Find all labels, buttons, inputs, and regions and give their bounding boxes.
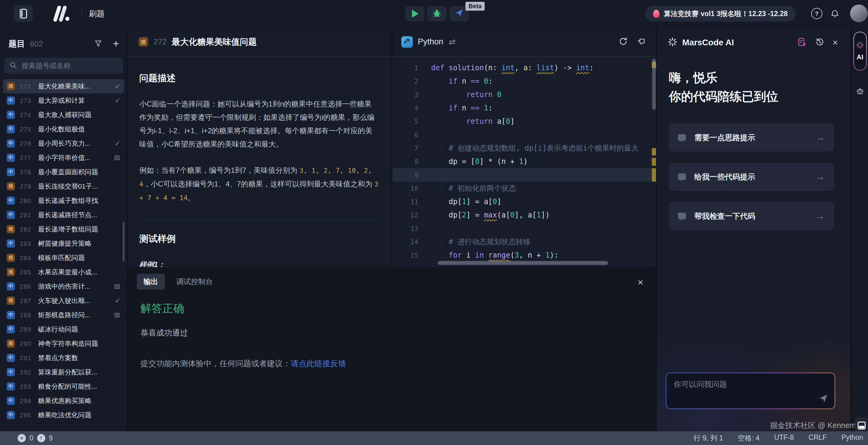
debug-button[interactable] (427, 6, 446, 21)
note-icon (114, 283, 120, 290)
chat-input[interactable]: 你可以问我问题 (666, 373, 835, 409)
change-mark (652, 158, 656, 166)
debug-tool-button[interactable] (852, 86, 868, 95)
problem-row-292[interactable]: 中292算珠重新分配以获... (3, 365, 124, 379)
problem-row-273[interactable]: 中273最大异或和计算✓ (3, 93, 124, 108)
new-chat-button[interactable] (797, 37, 807, 48)
status-item[interactable]: CRLF (808, 434, 827, 443)
code-line-5[interactable]: 5 return a[0] (392, 115, 656, 128)
code-line-3[interactable]: 3 return 0 (392, 88, 656, 101)
problem-row-294[interactable]: 中294糖果优惠购买策略 (3, 394, 124, 408)
run-button[interactable] (405, 6, 425, 21)
problem-row-274[interactable]: 中274最大敌人捕获问题 (3, 108, 124, 122)
problem-row-282[interactable]: 难282最长递增子数组问题 (3, 222, 124, 236)
search-box[interactable] (4, 58, 123, 73)
sidebar-scrollbar[interactable] (123, 222, 125, 262)
code-line-10[interactable]: 10 # 初始化前两个状态 (392, 182, 656, 195)
problem-row-276[interactable]: 中276最小周长巧克力...✓ (3, 136, 124, 151)
errors-icon[interactable]: × (18, 434, 26, 442)
help-button[interactable]: ? (811, 8, 823, 19)
ai-assistant-button[interactable]: AI (854, 32, 867, 70)
ai-suggestion-card-2[interactable]: 给我一些代码提示→ (669, 163, 834, 191)
reset-code-button[interactable] (618, 36, 628, 48)
question-icon: ? (815, 10, 819, 17)
history-button[interactable] (815, 37, 825, 48)
code-line-2[interactable]: 2 if n == 0: (392, 75, 656, 88)
ai-pill-label: AI (857, 53, 863, 61)
chat-input-border: 你可以问我问题 (666, 373, 835, 409)
close-output-icon[interactable]: × (638, 277, 643, 287)
search-input[interactable] (21, 61, 118, 70)
editor-vertical-scrollbar[interactable] (652, 59, 656, 110)
problem-row-284[interactable]: 难284模板串匹配问题 (3, 250, 124, 265)
difficulty-badge: 难 (138, 37, 148, 47)
code-area[interactable]: 1def solution(n: int, a: list) -> int:2 … (392, 57, 656, 266)
feedback-line: 提交功能内测体验中，任何问题或者建议：请点此链接反馈 (141, 358, 656, 369)
line-content: # 创建动态规划数组, dp[i]表示考虑前i个糖果时的最大 (431, 143, 639, 153)
format-code-button[interactable] (637, 37, 646, 47)
ai-suggestion-card-1[interactable]: 需要一点思路提示→ (669, 123, 834, 151)
code-line-9[interactable]: 9 (392, 168, 656, 182)
problem-row-287[interactable]: 难287火车驶入驶出顺...✓ (3, 294, 124, 308)
ai-suggestion-card-3[interactable]: 帮我检查一下代码→ (669, 202, 834, 230)
add-problem-button[interactable]: + (113, 41, 119, 47)
code-line-8[interactable]: 8 dp = [0] * (n + 1) (392, 155, 656, 168)
problem-row-277[interactable]: 中277最小字符串价值... (3, 151, 124, 165)
problem-row-281[interactable]: 中281最长递减路径节点... (3, 208, 124, 222)
code-line-12[interactable]: 12 dp[2] = max(a[0], a[1]) (392, 208, 656, 222)
problem-row-280[interactable]: 中280最长递减子数组寻找 (3, 194, 124, 208)
line-number: 13 (392, 225, 431, 232)
problem-row-289[interactable]: 中289破冰行动问题 (3, 322, 124, 336)
sidebar-toggle-button[interactable] (14, 5, 33, 22)
problem-row-275[interactable]: 中275最小化数组极值 (3, 122, 124, 136)
marscode-logo-icon[interactable] (50, 6, 73, 22)
notifications-bell-button[interactable] (830, 8, 840, 20)
problem-row-295[interactable]: 中295糖果吃法优化问题 (3, 408, 124, 422)
problem-number: 276 (20, 140, 34, 147)
sparkle-icon (668, 37, 677, 48)
problem-row-272[interactable]: 难272最大化糖果美味...✓ (3, 79, 124, 93)
code-line-15[interactable]: 15 for i in range(3, n + 1): (392, 248, 656, 262)
feedback-link[interactable]: 请点此链接反馈 (291, 359, 346, 368)
send-button[interactable] (818, 393, 829, 405)
close-ai-panel-icon[interactable]: × (832, 38, 838, 47)
code-line-4[interactable]: 4 if n == 1: (392, 101, 656, 115)
sidebar-toggle-icon (20, 9, 27, 19)
problem-row-288[interactable]: 中288矩形棋盘路径问... (3, 308, 124, 322)
problem-row-279[interactable]: 难279最长连续交替01子... (3, 179, 124, 194)
code-line-14[interactable]: 14 # 进行动态规划状态转移 (392, 235, 656, 248)
status-item[interactable]: Python (841, 434, 863, 443)
contest-notification[interactable]: 算法竞技赛 vol1 3报名啦！12.23 -12.28 (645, 6, 796, 22)
problem-row-285[interactable]: 难285水果店果篮最小成... (3, 265, 124, 279)
problem-row-291[interactable]: 中291禁着点方案数 (3, 351, 124, 365)
warnings-icon[interactable]: ! (37, 434, 45, 442)
code-line-6[interactable]: 6 (392, 128, 656, 142)
problem-row-283[interactable]: 中283树苗健康提升策略 (3, 236, 124, 250)
history-clock-icon (815, 37, 825, 47)
problem-row-293[interactable]: 中293粮食分配的可能性... (3, 379, 124, 394)
output-tab-输出[interactable]: 输出 (137, 274, 165, 290)
status-item[interactable]: 空格: 4 (738, 434, 760, 443)
line-number: 4 (392, 104, 431, 112)
search-icon (9, 61, 17, 70)
status-item[interactable]: 行 9, 列 1 (693, 434, 723, 443)
code-line-11[interactable]: 11 dp[1] = a[0] (392, 195, 656, 208)
arrow-right-icon: → (816, 172, 825, 182)
filter-button[interactable] (94, 39, 102, 48)
user-avatar[interactable] (850, 5, 868, 22)
line-number: 14 (392, 238, 431, 246)
problem-row-286[interactable]: 中286游戏中的伤害计... (3, 279, 124, 294)
problem-number: 285 (20, 269, 34, 276)
output-tab-调试控制台[interactable]: 调试控制台 (169, 274, 219, 290)
switch-language-icon[interactable]: ⇄ (449, 37, 456, 47)
problem-number: 290 (20, 340, 34, 347)
problem-number: 288 (20, 312, 34, 319)
status-item[interactable]: UTF-8 (774, 434, 794, 443)
code-line-13[interactable]: 13 (392, 222, 656, 235)
code-line-1[interactable]: 1def solution(n: int, a: list) -> int: (392, 61, 656, 75)
code-line-7[interactable]: 7 # 创建动态规划数组, dp[i]表示考虑前i个糖果时的最大 (392, 142, 656, 155)
problem-row-278[interactable]: 中278最小覆盖圆面积问题 (3, 165, 124, 179)
problem-row-290[interactable]: 难290神奇字符串构造问题 (3, 336, 124, 351)
problem-title: 最长递增子数组问题 (38, 225, 120, 234)
editor-horizontal-scrollbar[interactable] (438, 261, 608, 265)
